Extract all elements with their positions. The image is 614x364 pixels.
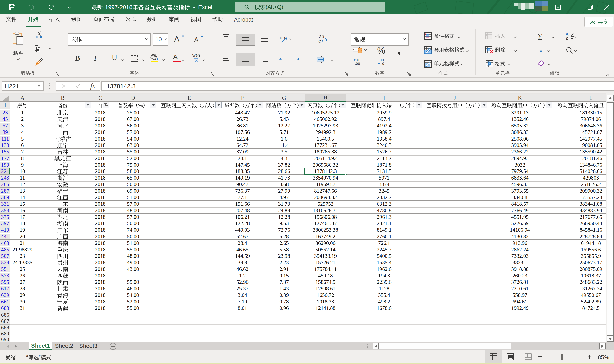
svg-text:¢¤: ¢¤ [353,48,357,51]
svg-text:Z: Z [566,36,568,40]
svg-text:0: 0 [357,58,359,62]
svg-text:c: c [318,38,321,44]
svg-text:.00: .00 [355,62,360,65]
svg-text:0: 0 [382,62,384,65]
svg-text:A: A [566,32,568,37]
svg-text:.00: .00 [379,58,384,62]
